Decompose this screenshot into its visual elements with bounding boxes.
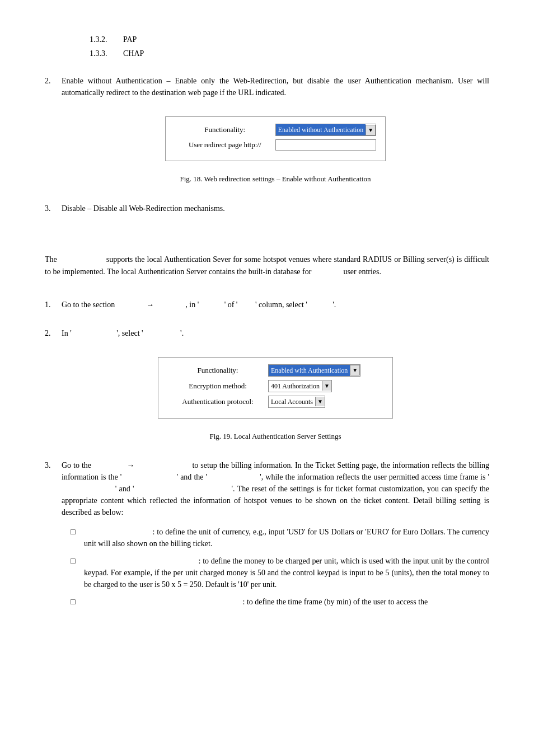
fig19-row-functionality: Functionality: Enabled with Authenticati… — [167, 364, 383, 377]
main-para-blank1 — [59, 253, 104, 266]
step1-blank3 — [201, 300, 223, 309]
fig19-functionality-value: Enabled with Authentication — [269, 365, 350, 376]
checkbox-sym-2: □ — [71, 555, 84, 590]
fig19-auth-dropdown[interactable]: Local Accounts ▼ — [268, 396, 325, 408]
step2: 2. In ' ', select ' '. Functionality: — [45, 327, 489, 451]
checkbox-1: □ : to define the unit of currency, e.g.… — [71, 526, 489, 550]
step2-blank1 — [73, 329, 115, 337]
fig18-row-functionality: Functionality: Enabled without Authentic… — [175, 124, 377, 136]
fig18-caption: Fig. 18. Web redirection settings – Enab… — [62, 173, 489, 185]
list-content-3: Disable – Disable all Web-Redirection me… — [62, 203, 489, 222]
checkbox-sym-1: □ — [71, 526, 84, 550]
checkbox-content-3: : to define the time frame (by min) of t… — [84, 596, 489, 608]
fig19-control-encryption[interactable]: 401 Authorization ▼ — [268, 380, 332, 392]
checkbox-sym-3: □ — [71, 596, 84, 608]
step1-blank1 — [117, 300, 144, 309]
main-para-text2: supports the local Authentication Sever … — [45, 255, 489, 276]
checkbox-blank-2 — [84, 557, 196, 565]
step1-blank5 — [309, 300, 331, 309]
fig18-wrap: Functionality: Enabled without Authentic… — [62, 107, 489, 185]
step2-blank2 — [145, 329, 179, 337]
fig19-row-auth-protocol: Authentication protocol: Local Accounts … — [167, 396, 383, 408]
fig18-label-functionality: Functionality: — [175, 124, 275, 135]
main-para-blank2 — [313, 266, 341, 278]
step1-text: Go to the section → , in ' ' of ' ' colu… — [62, 299, 489, 311]
fig19-row-encryption: Encryption method: 401 Authorization ▼ — [167, 380, 383, 392]
step2-text: In ' ', select ' '. — [62, 327, 489, 339]
toc-num-chap: 1.3.3. — [90, 48, 123, 59]
fig19-label-functionality: Functionality: — [167, 365, 268, 376]
list-content-2: Enable without Authentication – Enable o… — [62, 75, 489, 194]
checkbox-2: □ : to define the money to be charged pe… — [71, 555, 489, 590]
fig19-label-encryption: Encryption method: — [167, 381, 268, 392]
checkbox-content-2: : to define the money to be charged per … — [84, 555, 489, 590]
checkbox-3: □ : to define the time frame (by min) of… — [71, 596, 489, 608]
fig18-box: Functionality: Enabled without Authentic… — [165, 116, 386, 161]
redirect-url-input[interactable] — [275, 139, 376, 151]
main-para-text3: user entries. — [343, 267, 381, 276]
fig19-encryption-dropdown[interactable]: 401 Authorization ▼ — [268, 380, 332, 392]
fig19-control-auth-protocol[interactable]: Local Accounts ▼ — [268, 396, 325, 408]
fig19-caption: Fig. 19. Local Authentication Server Set… — [62, 431, 489, 442]
list-item-3: 3. Disable – Disable all Web-Redirection… — [45, 203, 489, 222]
step3-blank4 — [209, 473, 257, 481]
para-disable: Disable – Disable all Web-Redirection me… — [62, 203, 489, 214]
step3-blank3 — [124, 473, 174, 481]
step2-num: 2. — [45, 327, 62, 451]
step3-content: Go to the → to setup the billing informa… — [62, 459, 489, 613]
list-num-3: 3. — [45, 203, 62, 222]
step3: 3. Go to the → to setup the billing info… — [45, 459, 489, 613]
para-enable-without: Enable without Authentication – Enable o… — [62, 75, 489, 98]
functionality-dropdown-value: Enabled without Authentication — [276, 124, 366, 135]
step3-blank5 — [62, 485, 113, 493]
step3-blank6 — [137, 485, 229, 493]
fig19-encryption-arrow[interactable]: ▼ — [322, 381, 331, 391]
step1-blank2 — [156, 300, 184, 309]
fig19-encryption-value: 401 Authorization — [269, 381, 322, 392]
checkbox-blank-3 — [84, 598, 241, 606]
fig18-label-redirect: User redirect page http:// — [175, 139, 275, 151]
fig19-functionality-arrow[interactable]: ▼ — [350, 365, 360, 375]
step2-content: In ' ', select ' '. Functionality: Enabl… — [62, 327, 489, 451]
list-num-2: 2. — [45, 75, 62, 194]
step3-blank1 — [93, 461, 124, 469]
fig19-auth-arrow[interactable]: ▼ — [315, 397, 325, 406]
step1-num: 1. — [45, 299, 62, 318]
toc-entry-chap: 1.3.3. CHAP — [90, 48, 489, 59]
fig19-functionality-dropdown[interactable]: Enabled with Authentication ▼ — [268, 364, 360, 377]
main-paragraph: The supports the local Authentication Se… — [45, 253, 489, 278]
step3-blank2 — [137, 461, 190, 469]
fig18-row-redirect: User redirect page http:// — [175, 139, 377, 151]
fig19-wrap: Functionality: Enabled with Authenticati… — [62, 348, 489, 442]
toc-section: 1.3.2. PAP 1.3.3. CHAP — [90, 34, 489, 59]
fig19-control-functionality[interactable]: Enabled with Authentication ▼ — [268, 364, 360, 377]
main-para-text1: The — [45, 255, 59, 264]
toc-label-chap: CHAP — [123, 48, 144, 59]
toc-entry-pap: 1.3.2. PAP — [90, 34, 489, 45]
step1-content: Go to the section → , in ' ' of ' ' colu… — [62, 299, 489, 318]
fig18-control-redirect[interactable] — [275, 139, 376, 151]
functionality-dropdown-arrow[interactable]: ▼ — [366, 125, 376, 135]
toc-num-pap: 1.3.2. — [90, 34, 123, 45]
step3-num: 3. — [45, 459, 62, 613]
step1: 1. Go to the section → , in ' ' of ' ' c… — [45, 299, 489, 318]
step1-blank4 — [240, 300, 254, 309]
fig19-auth-value: Local Accounts — [269, 396, 315, 407]
list-item-2: 2. Enable without Authentication – Enabl… — [45, 75, 489, 194]
fig19-label-auth-protocol: Authentication protocol: — [167, 396, 268, 407]
functionality-dropdown[interactable]: Enabled without Authentication ▼ — [275, 124, 377, 136]
toc-label-pap: PAP — [123, 34, 137, 45]
checkbox-content-1: : to define the unit of currency, e.g., … — [84, 526, 489, 550]
step3-text: Go to the → to setup the billing informa… — [62, 459, 489, 518]
fig19-box: Functionality: Enabled with Authenticati… — [158, 357, 393, 419]
fig18-control-functionality[interactable]: Enabled without Authentication ▼ — [275, 124, 377, 136]
checkbox-blank-1 — [84, 528, 151, 536]
